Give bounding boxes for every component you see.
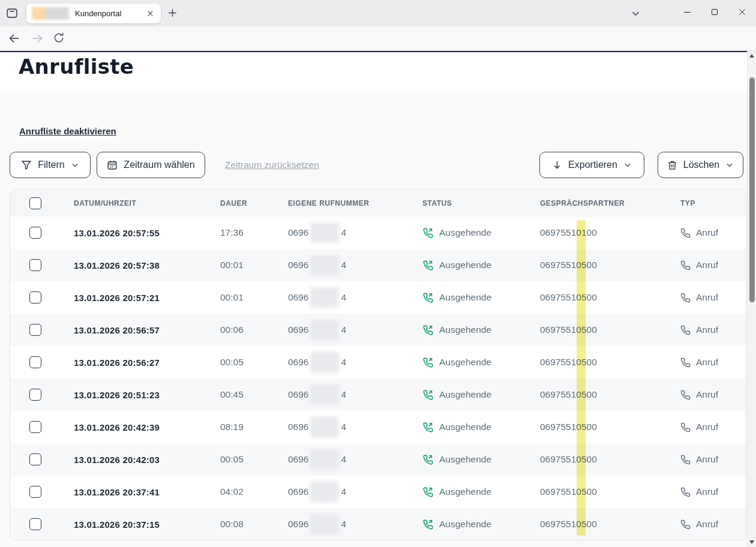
partner-cell: 06975510500	[540, 422, 680, 432]
row-checkbox[interactable]	[29, 389, 41, 401]
column-header-partner: GESPRÄCHSPARTNER	[540, 199, 680, 208]
column-header-duration: DAUER	[220, 199, 288, 208]
status-cell: Ausgehende	[422, 389, 540, 401]
calendar-icon	[107, 160, 118, 170]
status-cell: Ausgehende	[422, 357, 540, 368]
title-section: Anrufliste	[0, 52, 747, 91]
browser-tab-bar: Kundenportal	[0, 0, 756, 26]
own-number-cell: 06964	[288, 223, 422, 243]
partner-cell: 06975510500	[540, 454, 680, 465]
own-number-cell: 06964	[288, 514, 422, 534]
duration-cell: 04:02	[220, 486, 288, 497]
window-restore-icon[interactable]	[701, 0, 728, 24]
partner-cell: 06975510500	[540, 324, 680, 335]
export-button[interactable]: Exportieren	[539, 152, 644, 178]
datetime-cell: 13.01.2026 20:37:15	[74, 519, 220, 530]
redacted-number-blur	[310, 384, 339, 405]
type-cell: Anruf	[680, 227, 746, 238]
tab-close-icon[interactable]	[145, 8, 155, 19]
status-cell: Ausgehende	[422, 227, 540, 239]
scrollbar-up-arrow-icon[interactable]	[749, 54, 754, 58]
redacted-number-blur	[310, 482, 339, 502]
row-checkbox[interactable]	[29, 291, 41, 303]
phone-icon	[680, 293, 691, 303]
outgoing-call-icon	[422, 227, 434, 239]
partner-cell: 06975510500	[540, 519, 680, 530]
own-number-cell: 06964	[288, 287, 422, 308]
new-tab-icon[interactable]	[167, 7, 178, 19]
column-header-type: TYP	[680, 199, 746, 208]
row-checkbox[interactable]	[29, 453, 41, 465]
phone-icon	[680, 422, 691, 432]
outgoing-call-icon	[422, 422, 434, 433]
window-minimize-icon[interactable]	[673, 0, 701, 24]
type-cell: Anruf	[680, 389, 746, 400]
window-close-icon[interactable]	[728, 0, 756, 24]
own-number-cell: 06964	[288, 320, 422, 340]
status-cell: Ausgehende	[422, 422, 540, 433]
list-all-tabs-icon[interactable]	[631, 8, 641, 19]
datetime-cell: 13.01.2026 20:56:57	[74, 325, 220, 335]
redacted-number-blur	[310, 287, 339, 308]
own-number-cell: 06964	[288, 449, 422, 470]
status-cell: Ausgehende	[422, 260, 540, 271]
datetime-cell: 13.01.2026 20:42:39	[74, 422, 220, 432]
status-cell: Ausgehende	[422, 324, 540, 336]
scrollbar-thumb[interactable]	[749, 77, 755, 302]
column-header-status: STATUS	[422, 199, 540, 208]
phone-icon	[680, 519, 691, 530]
table-row: 13.01.2026 20:51:23 00:45 06964 Ausgehen…	[10, 378, 746, 411]
type-cell: Anruf	[680, 260, 746, 271]
outgoing-call-icon	[422, 519, 434, 530]
outgoing-call-icon	[422, 324, 434, 336]
redacted-number-blur	[310, 514, 339, 534]
row-checkbox[interactable]	[29, 324, 41, 336]
firefox-view-icon[interactable]	[5, 7, 19, 20]
reset-date-range-link[interactable]: Zeitraum zurücksetzen	[225, 160, 319, 170]
delete-button[interactable]: Löschen	[658, 152, 743, 178]
datetime-cell: 13.01.2026 20:57:38	[74, 260, 220, 271]
column-header-datetime: DATUM/UHRZEIT	[74, 199, 220, 208]
row-checkbox[interactable]	[29, 227, 41, 239]
redacted-number-blur	[310, 255, 339, 275]
partner-cell: 06975510500	[540, 357, 680, 368]
table-row: 13.01.2026 20:42:39 08:19 06964 Ausgehen…	[10, 411, 746, 443]
duration-cell: 00:08	[220, 519, 288, 530]
tab-favicon	[32, 7, 69, 20]
forward-icon[interactable]	[31, 32, 44, 45]
row-checkbox[interactable]	[29, 486, 41, 498]
redacted-number-blur	[310, 223, 339, 243]
row-checkbox[interactable]	[29, 421, 41, 433]
datetime-cell: 13.01.2026 20:42:03	[74, 455, 220, 465]
browser-tab[interactable]: Kundenportal	[26, 4, 161, 23]
table-row: 13.01.2026 20:57:55 17:36 06964 Ausgehen…	[10, 217, 746, 249]
back-icon[interactable]	[8, 32, 21, 45]
redacted-number-blur	[310, 417, 339, 437]
scrollbar-down-arrow-icon[interactable]	[749, 540, 754, 544]
filter-button[interactable]: Filtern	[10, 152, 91, 178]
own-number-cell: 06964	[288, 384, 422, 405]
type-cell: Anruf	[680, 454, 746, 465]
own-number-cell: 06964	[288, 482, 422, 502]
funnel-icon	[21, 160, 32, 170]
partner-cell: 06975510100	[540, 227, 680, 238]
reload-icon[interactable]	[53, 32, 65, 44]
status-cell: Ausgehende	[422, 454, 540, 465]
table-row: 13.01.2026 20:37:41 04:02 06964 Ausgehen…	[10, 476, 746, 508]
page-content: Anrufliste Anrufliste deaktivieren Filte…	[0, 51, 747, 547]
outgoing-call-icon	[422, 454, 434, 465]
choose-date-range-button[interactable]: Zeitraum wählen	[97, 152, 205, 178]
row-checkbox[interactable]	[29, 356, 41, 368]
duration-cell: 00:06	[220, 324, 288, 335]
call-history-table: DATUM/UHRZEIT DAUER EIGENE RUFNUMMER STA…	[10, 189, 746, 540]
row-checkbox[interactable]	[29, 259, 41, 271]
table-header-row: DATUM/UHRZEIT DAUER EIGENE RUFNUMMER STA…	[10, 190, 746, 217]
type-cell: Anruf	[680, 422, 746, 432]
select-all-checkbox[interactable]	[29, 197, 41, 209]
partner-cell: 06975510500	[540, 486, 680, 497]
page-scrollbar[interactable]	[747, 51, 756, 547]
redacted-number-blur	[310, 449, 339, 470]
chevron-down-icon	[71, 161, 79, 169]
row-checkbox[interactable]	[29, 518, 41, 530]
deactivate-call-list-link[interactable]: Anrufliste deaktivieren	[19, 126, 116, 136]
